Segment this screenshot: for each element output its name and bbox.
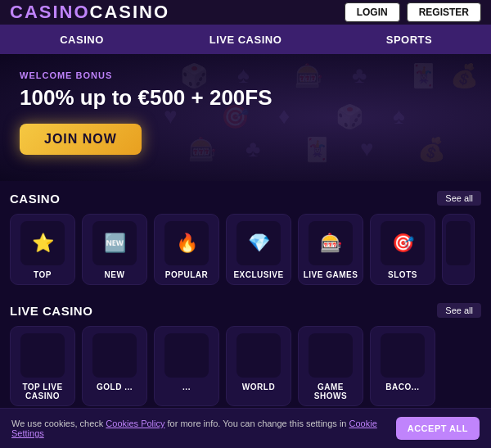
header-buttons: LOGIN REGISTER	[345, 2, 481, 22]
live-cards-row: TOP LIVE CASINO GOLD ... ... WORLD GAME …	[10, 326, 481, 414]
cookie-text-before: We use cookies, check	[11, 419, 106, 428]
category-popular-icon: 🔥	[164, 221, 209, 265]
live-top-icon	[20, 333, 65, 378]
category-new[interactable]: 🆕 NEW	[82, 214, 147, 285]
casino-section-header: CASINO See all	[10, 191, 481, 206]
live-see-all-button[interactable]: See all	[437, 303, 481, 318]
nav-live-casino[interactable]: LIVE CASINO	[164, 25, 327, 54]
join-now-button[interactable]: JOIN NOW	[20, 124, 142, 155]
category-live-label: LIVE GAMES	[304, 270, 358, 279]
logo-left: CASINO	[10, 2, 90, 23]
category-top[interactable]: ⭐ TOP	[10, 214, 75, 285]
live-gold-icon	[92, 333, 137, 378]
logo-right: CASINO	[90, 2, 170, 23]
register-button[interactable]: REGISTER	[407, 2, 481, 22]
nav-casino[interactable]: CASINO	[0, 25, 164, 54]
live-card-world[interactable]: WORLD	[226, 326, 291, 406]
category-slots-label: SLOTS	[388, 270, 417, 279]
cookies-policy-link[interactable]: Cookies Policy	[106, 419, 164, 428]
live-card-top[interactable]: TOP LIVE CASINO	[10, 326, 75, 406]
live-world-icon	[236, 333, 281, 378]
header: CASINO CASINO LOGIN REGISTER	[0, 0, 491, 25]
live-card-baccarat[interactable]: BACO...	[370, 326, 435, 406]
login-button[interactable]: LOGIN	[345, 2, 400, 22]
category-popular-label: POPULAR	[165, 270, 208, 279]
live-world-label: WORLD	[242, 382, 275, 391]
live-gameshows-label: GAME SHOWS	[302, 382, 359, 400]
welcome-bonus-label: WELCOME BONUS	[20, 70, 471, 80]
logo: CASINO CASINO	[10, 2, 169, 23]
hero-title: 100% up to €500 + 200FS	[20, 85, 471, 111]
cookie-text: We use cookies, check Cookies Policy for…	[11, 419, 386, 438]
category-popular[interactable]: 🔥 POPULAR	[154, 214, 219, 285]
category-exclusive-icon: 💎	[236, 221, 281, 265]
live-baccarat-label: BACO...	[385, 382, 419, 391]
category-live-games[interactable]: 🎰 LIVE GAMES	[298, 214, 363, 285]
live-top-label: TOP LIVE CASINO	[14, 382, 71, 400]
live-card3-icon	[164, 333, 209, 378]
live-card-gold[interactable]: GOLD ...	[82, 326, 147, 406]
live-gameshows-icon	[309, 333, 353, 378]
category-exclusive[interactable]: 💎 EXCLUSIVE	[226, 214, 291, 285]
live-baccarat-icon	[381, 333, 425, 378]
casino-section-title: CASINO	[10, 192, 60, 206]
casino-categories-row: ⭐ TOP 🆕 NEW 🔥 POPULAR 💎 EXCLUSIVE 🎰 LIVE…	[10, 214, 481, 293]
live-card3-label: ...	[182, 382, 191, 391]
nav-sports[interactable]: SPORTS	[327, 25, 491, 54]
casino-see-all-button[interactable]: See all	[437, 191, 481, 206]
accept-all-button[interactable]: ACCEPT ALL	[396, 417, 480, 440]
cookie-text-middle: for more info. You can change this setti…	[165, 419, 349, 428]
live-card-gameshows[interactable]: GAME SHOWS	[298, 326, 363, 406]
category-top-label: TOP	[34, 270, 52, 279]
live-card-3[interactable]: ...	[154, 326, 219, 406]
live-gold-label: GOLD ...	[97, 382, 133, 391]
live-casino-section: LIVE CASINO See all TOP LIVE CASINO GOLD…	[0, 293, 491, 414]
live-section-header: LIVE CASINO See all	[10, 303, 481, 318]
category-top-icon: ⭐	[20, 221, 65, 265]
category-new-label: NEW	[105, 270, 125, 279]
category-slots-icon: 🎯	[381, 221, 425, 265]
main-nav: CASINO LIVE CASINO SPORTS	[0, 25, 491, 54]
category-exclusive-label: EXCLUSIVE	[233, 270, 283, 279]
category-slots[interactable]: 🎯 SLOTS	[370, 214, 435, 285]
category-partial[interactable]	[442, 214, 475, 285]
live-section-title: LIVE CASINO	[10, 304, 92, 318]
hero-banner: 🎲 ♠ 🎰 ♣ 🃏 💰 ♥ 🎯 ♦ 🎲 ♠ 🎰 ♣ 🃏 ♥ 💰 WELCOME …	[0, 54, 491, 181]
category-new-icon: 🆕	[92, 221, 137, 265]
cookie-banner: We use cookies, check Cookies Policy for…	[0, 408, 491, 448]
category-live-icon: 🎰	[309, 221, 353, 265]
casino-section: CASINO See all ⭐ TOP 🆕 NEW 🔥 POPULAR 💎 E…	[0, 181, 491, 293]
